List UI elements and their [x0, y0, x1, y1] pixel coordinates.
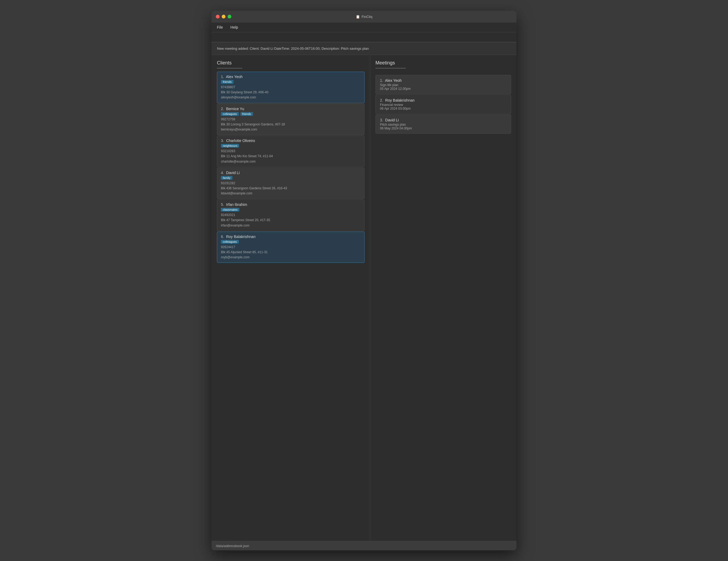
- meeting-date-1: 05 Apr 2024 12.00pm: [380, 87, 507, 91]
- tag-friends-2: friends: [240, 112, 253, 116]
- tag-friends: friends: [221, 80, 233, 84]
- client-name-5: 5. Irfan Ibrahim: [221, 202, 361, 207]
- meeting-desc-2: Financial review: [380, 103, 507, 107]
- meeting-desc-1: Sign life plan: [380, 83, 507, 87]
- tag-colleagues-6: colleagues: [221, 240, 239, 244]
- menu-help[interactable]: Help: [229, 25, 239, 30]
- tag-neighbours: neighbours: [221, 144, 239, 148]
- client-tags-2: colleagues friends: [221, 112, 361, 116]
- client-detail-5: 92492021 Blk 47 Tampines Street 20, #17-…: [221, 213, 361, 228]
- client-detail-3: 93210283 Blk 11 Ang Mo Kio Street 74, #1…: [221, 149, 361, 164]
- client-card-4[interactable]: 4. David Li family 91031282 Blk 436 Sera…: [217, 168, 365, 199]
- meetings-panel: Meetings 1. Alex Yeoh Sign life plan 05 …: [370, 55, 516, 541]
- meeting-name-2: 2. Roy Balakrishnan: [380, 98, 507, 102]
- statusbar-text: /data/addressbook.json: [216, 544, 249, 548]
- meeting-list: 1. Alex Yeoh Sign life plan 05 Apr 2024 …: [376, 75, 511, 134]
- meeting-date-2: 06 Apr 2024 03.00pm: [380, 107, 507, 110]
- maximize-button[interactable]: [228, 15, 231, 18]
- clients-panel-title: Clients: [217, 60, 242, 68]
- meeting-desc-3: Pitch savings plan: [380, 123, 507, 126]
- meetings-panel-title: Meetings: [376, 60, 406, 68]
- client-name-3: 3. Charlotte Oliveiro: [221, 139, 361, 143]
- client-name-6: 6. Roy Balakrishnan: [221, 235, 361, 239]
- meeting-card-3[interactable]: 3. David Li Pitch savings plan 06 May 20…: [376, 114, 511, 134]
- menubar: File Help: [212, 22, 516, 32]
- app-title-text: FinCliq: [362, 15, 372, 19]
- client-name-2: 2. Bernice Yu: [221, 107, 361, 111]
- client-list: 1. Alex Yeoh friends 87438807 Blk 30 Gey…: [217, 72, 370, 263]
- tag-family: family: [221, 176, 232, 180]
- menu-file[interactable]: File: [216, 25, 224, 30]
- clients-panel: Clients 1. Alex Yeoh friends 87438807 Bl…: [212, 55, 370, 541]
- searchbar: [212, 32, 516, 42]
- client-tags-4: family: [221, 176, 361, 180]
- client-name-1: 1. Alex Yeoh: [221, 75, 361, 79]
- client-name-4: 4. David Li: [221, 171, 361, 175]
- traffic-lights: [216, 15, 231, 18]
- client-detail-6: 92624417 Blk 45 Aljunied Street 85, #11-…: [221, 245, 361, 260]
- notification-bar: New meeting added: Client: David Li Date…: [212, 42, 516, 55]
- window-title: 📋 FinCliq: [356, 15, 372, 19]
- client-detail-1: 87438807 Blk 30 Geylang Street 29, #06-4…: [221, 85, 361, 100]
- meeting-name-1: 1. Alex Yeoh: [380, 78, 507, 83]
- meeting-card-1[interactable]: 1. Alex Yeoh Sign life plan 05 Apr 2024 …: [376, 75, 511, 94]
- notification-text: New meeting added: Client: David Li Date…: [217, 47, 369, 51]
- statusbar: /data/addressbook.json: [212, 541, 516, 550]
- client-card-3[interactable]: 3. Charlotte Oliveiro neighbours 9321028…: [217, 136, 365, 167]
- client-tags-3: neighbours: [221, 144, 361, 148]
- client-tags-6: colleagues: [221, 240, 361, 244]
- tag-colleagues: colleagues: [221, 112, 239, 116]
- close-button[interactable]: [216, 15, 220, 18]
- client-tags-1: friends: [221, 80, 361, 84]
- search-input[interactable]: [216, 34, 512, 42]
- minimize-button[interactable]: [222, 15, 225, 18]
- client-card-5[interactable]: 5. Irfan Ibrahim classmates 92492021 Blk…: [217, 199, 365, 231]
- client-detail-4: 91031282 Blk 436 Serangoon Gardens Stree…: [221, 181, 361, 196]
- meeting-name-3: 3. David Li: [380, 118, 507, 122]
- client-tags-5: classmates: [221, 208, 361, 212]
- client-card-2[interactable]: 2. Bernice Yu colleagues friends 9927275…: [217, 104, 365, 135]
- client-detail-2: 99272758 Blk 30 Lorong 3 Serangoon Garde…: [221, 117, 361, 132]
- client-card-1[interactable]: 1. Alex Yeoh friends 87438807 Blk 30 Gey…: [217, 72, 365, 103]
- main-content: Clients 1. Alex Yeoh friends 87438807 Bl…: [212, 55, 516, 541]
- tag-classmates: classmates: [221, 208, 239, 212]
- titlebar: 📋 FinCliq: [212, 11, 516, 22]
- client-card-6[interactable]: 6. Roy Balakrishnan colleagues 92624417 …: [217, 232, 365, 263]
- meeting-card-2[interactable]: 2. Roy Balakrishnan Financial review 06 …: [376, 95, 511, 114]
- app-icon: 📋: [356, 15, 360, 19]
- meeting-date-3: 06 May 2024 04.00pm: [380, 126, 507, 130]
- app-window: 📋 FinCliq File Help New meeting added: C…: [212, 11, 516, 550]
